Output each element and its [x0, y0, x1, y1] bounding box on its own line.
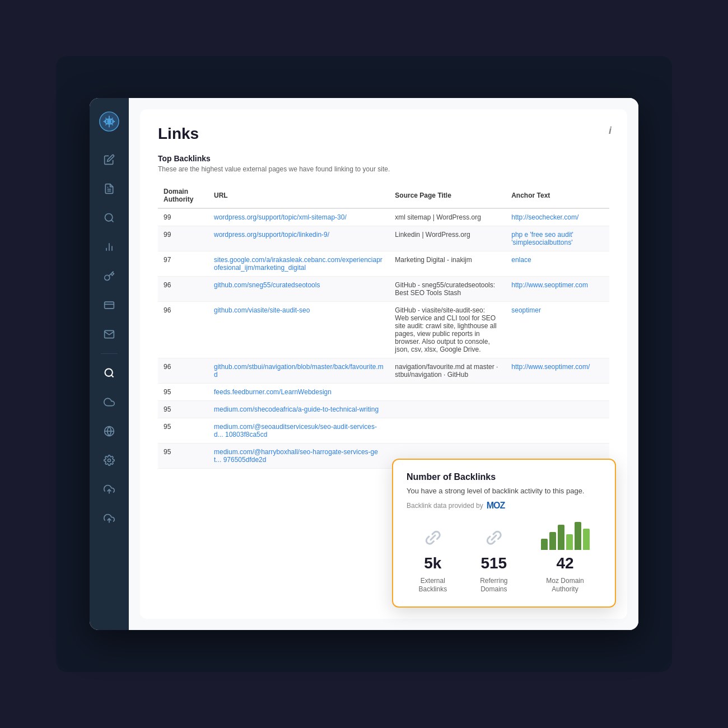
- svg-point-1: [107, 119, 111, 124]
- cell-domain-authority: 96: [158, 302, 208, 358]
- sidebar-item-charts[interactable]: [97, 235, 122, 259]
- cell-anchor-text: [506, 418, 609, 444]
- sidebar-item-key[interactable]: [97, 264, 122, 288]
- outer-wrapper: Links i Top Backlinks These are the high…: [56, 56, 672, 672]
- cell-anchor-text: enlace: [506, 251, 609, 277]
- col-header-url: URL: [208, 183, 389, 208]
- sidebar: [90, 98, 129, 630]
- stat-label-authority: Moz DomainAuthority: [546, 577, 584, 594]
- popup-description: You have a strong level of backlink acti…: [407, 487, 601, 495]
- bar-3: [558, 525, 564, 550]
- sidebar-item-upload[interactable]: [97, 506, 122, 531]
- cell-domain-authority: 99: [158, 208, 208, 226]
- stat-number-domains: 515: [480, 554, 507, 572]
- sidebar-item-search-small[interactable]: [97, 206, 122, 230]
- cell-url[interactable]: medium.com/@seoauditservicesuk/seo-audit…: [208, 418, 389, 444]
- col-header-domain: DomainAuthority: [158, 183, 208, 208]
- cell-source-title: [389, 401, 506, 418]
- cell-domain-authority: 95: [158, 444, 208, 469]
- cell-url[interactable]: github.com/stbui/navigation/blob/master/…: [208, 358, 389, 384]
- backlinks-popup: Number of Backlinks You have a strong le…: [392, 459, 616, 608]
- svg-point-11: [105, 369, 113, 376]
- svg-line-5: [111, 220, 114, 222]
- cell-anchor-text: php e 'free seo audit' 'simplesocialbutt…: [506, 226, 609, 251]
- page-title: Links: [158, 125, 609, 143]
- popup-title: Number of Backlinks: [407, 472, 601, 482]
- table-row[interactable]: 96github.com/viasite/site-audit-seoGitHu…: [158, 302, 609, 358]
- table-row[interactable]: 96github.com/stbui/navigation/blob/maste…: [158, 358, 609, 384]
- bar-5: [575, 522, 581, 550]
- cell-anchor-text: [506, 401, 609, 418]
- svg-point-15: [108, 459, 111, 462]
- main-content: Links i Top Backlinks These are the high…: [129, 98, 638, 630]
- cell-source-title: [389, 418, 506, 444]
- info-icon[interactable]: i: [609, 125, 612, 137]
- table-row[interactable]: 95medium.com/@seoauditservicesuk/seo-aud…: [158, 418, 609, 444]
- cell-domain-authority: 95: [158, 384, 208, 401]
- stat-external-backlinks: 5k ExternalBacklinks: [418, 525, 447, 594]
- cell-domain-authority: 95: [158, 401, 208, 418]
- cell-url[interactable]: github.com/sneg55/curatedseotools: [208, 277, 389, 302]
- sidebar-divider: [101, 353, 118, 354]
- svg-rect-9: [105, 302, 114, 309]
- app-container: Links i Top Backlinks These are the high…: [90, 98, 638, 630]
- provider-label: Backlink data provided by: [407, 502, 483, 510]
- cell-url[interactable]: github.com/viasite/site-audit-seo: [208, 302, 389, 358]
- col-header-anchor: Anchor Text: [506, 183, 609, 208]
- table-row[interactable]: 97sites.google.com/a/irakasleak.cebanc.c…: [158, 251, 609, 277]
- cell-anchor-text: [506, 384, 609, 401]
- sidebar-item-edit[interactable]: [97, 147, 122, 172]
- cell-url[interactable]: sites.google.com/a/irakasleak.cebanc.com…: [208, 251, 389, 277]
- section-desc: These are the highest value external pag…: [158, 165, 609, 173]
- popup-provider: Backlink data provided by MOZ: [407, 501, 601, 511]
- section-header: Top Backlinks These are the highest valu…: [158, 154, 609, 173]
- sidebar-item-email[interactable]: [97, 322, 122, 347]
- cell-domain-authority: 99: [158, 226, 208, 251]
- sidebar-item-document[interactable]: [97, 176, 122, 201]
- sidebar-item-settings[interactable]: [97, 448, 122, 473]
- chart-bars: [541, 522, 590, 550]
- stat-number-backlinks: 5k: [424, 554, 441, 572]
- sidebar-item-card[interactable]: [97, 293, 122, 318]
- cell-source-title: GitHub - sneg55/curatedseotools: Best SE…: [389, 277, 506, 302]
- bar-2: [549, 532, 556, 550]
- stat-referring-domains: 515 ReferringDomains: [480, 525, 507, 594]
- stat-label-domains: ReferringDomains: [480, 577, 507, 594]
- cell-domain-authority: 96: [158, 277, 208, 302]
- stat-moz-authority: 42 Moz DomainAuthority: [541, 522, 590, 594]
- table-row[interactable]: 99wordpress.org/support/topic/linkedin-9…: [158, 226, 609, 251]
- sidebar-item-cloud2[interactable]: [97, 477, 122, 502]
- svg-point-4: [105, 214, 113, 221]
- cell-url[interactable]: medium.com/@harryboxhall/seo-harrogate-s…: [208, 444, 389, 469]
- backlinks-table: DomainAuthority URL Source Page Title An…: [158, 183, 609, 469]
- sidebar-item-globe[interactable]: [97, 419, 122, 444]
- app-logo[interactable]: [97, 109, 122, 134]
- cell-domain-authority: 97: [158, 251, 208, 277]
- cell-url[interactable]: wordpress.org/support/topic/xml-sitemap-…: [208, 208, 389, 226]
- table-row[interactable]: 99wordpress.org/support/topic/xml-sitema…: [158, 208, 609, 226]
- cell-url[interactable]: feeds.feedburner.com/LearnWebdesign: [208, 384, 389, 401]
- chain-icon-2: [482, 525, 506, 550]
- cell-url[interactable]: medium.com/shecodeafrica/a-guide-to-tech…: [208, 401, 389, 418]
- sidebar-item-cloud[interactable]: [97, 390, 122, 414]
- table-row[interactable]: 95feeds.feedburner.com/LearnWebdesign: [158, 384, 609, 401]
- table-row[interactable]: 95medium.com/shecodeafrica/a-guide-to-te…: [158, 401, 609, 418]
- cell-source-title: navigation/favourite.md at master · stbu…: [389, 358, 506, 384]
- cell-anchor-text: seoptimer: [506, 302, 609, 358]
- chain-icon-1: [421, 525, 445, 550]
- sidebar-item-search-large[interactable]: [97, 361, 122, 385]
- bar-4: [566, 534, 573, 550]
- moz-logo: MOZ: [487, 501, 505, 511]
- cell-anchor-text: http://www.seoptimer.com/: [506, 358, 609, 384]
- cell-source-title: [389, 384, 506, 401]
- cell-source-title: GitHub - viasite/site-audit-seo: Web ser…: [389, 302, 506, 358]
- content-area: Links i Top Backlinks These are the high…: [140, 109, 627, 619]
- cell-anchor-text: http://seochecker.com/: [506, 208, 609, 226]
- cell-url[interactable]: wordpress.org/support/topic/linkedin-9/: [208, 226, 389, 251]
- cell-source-title: xml sitemap | WordPress.org: [389, 208, 506, 226]
- col-header-source: Source Page Title: [389, 183, 506, 208]
- cell-source-title: Marketing Digital - inakijm: [389, 251, 506, 277]
- table-row[interactable]: 96github.com/sneg55/curatedseotoolsGitHu…: [158, 277, 609, 302]
- stat-label-backlinks: ExternalBacklinks: [418, 577, 447, 594]
- bar-6: [583, 529, 590, 550]
